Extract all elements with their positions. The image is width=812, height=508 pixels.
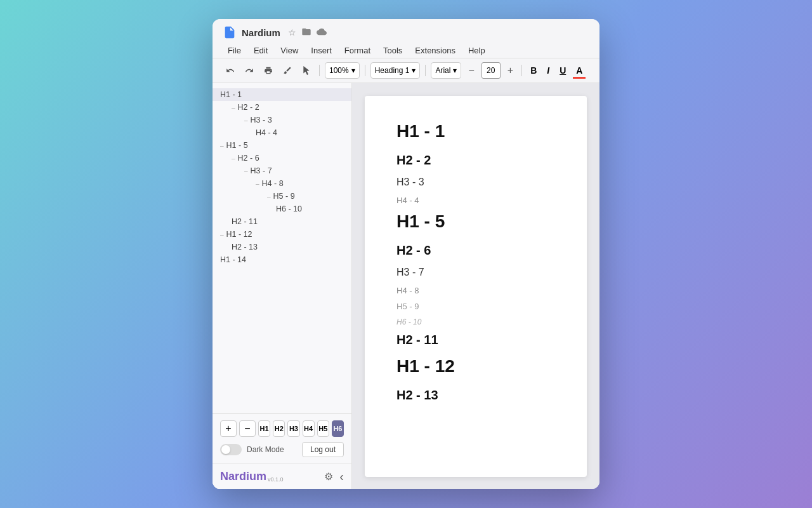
outline-item-h4-4[interactable]: H4 - 4 xyxy=(213,126,351,139)
outline-item-h3-3[interactable]: – H3 - 3 xyxy=(213,114,351,126)
menu-format[interactable]: Format xyxy=(339,43,376,58)
outline-item-h2-2[interactable]: – H2 - 2 xyxy=(213,101,351,114)
doc-heading-h4-4: H4 - 4 xyxy=(396,196,555,205)
h4-button[interactable]: H4 xyxy=(303,420,315,437)
menu-edit[interactable]: Edit xyxy=(249,43,273,58)
title-bar: Nardium ☆ File Edit View Insert Format T… xyxy=(213,19,599,58)
menu-file[interactable]: File xyxy=(223,43,246,58)
outline-item-h2-11[interactable]: H2 - 11 xyxy=(213,215,351,228)
main-content: H1 - 1 – H2 - 2 – H3 - 3 H4 - 4 – H1 - 5 xyxy=(213,83,599,489)
remove-heading-button[interactable]: − xyxy=(239,420,256,437)
doc-heading-h1-1: H1 - 1 xyxy=(396,121,555,142)
document-page: H1 - 1 H2 - 2 H3 - 3 H4 - 4 H1 - 5 H2 - … xyxy=(365,96,587,477)
outline-item-h5-9[interactable]: – H5 - 9 xyxy=(213,190,351,203)
doc-heading-h2-13: H2 - 13 xyxy=(396,388,555,403)
doc-heading-h1-5: H1 - 5 xyxy=(396,211,555,232)
menu-help[interactable]: Help xyxy=(463,43,490,58)
star-button[interactable]: ☆ xyxy=(288,27,296,39)
divider-4 xyxy=(521,65,522,76)
menu-tools[interactable]: Tools xyxy=(378,43,407,58)
doc-heading-h6-10: H6 - 10 xyxy=(396,318,555,326)
collapse-button[interactable]: ‹ xyxy=(339,469,344,484)
outline-item-h2-6[interactable]: – H2 - 6 xyxy=(213,152,351,164)
app-version: v0.1.0 xyxy=(268,476,284,483)
menu-insert[interactable]: Insert xyxy=(306,43,337,58)
paint-format-button[interactable] xyxy=(280,64,295,77)
h1-button[interactable]: H1 xyxy=(258,420,270,437)
h3-button[interactable]: H3 xyxy=(287,420,299,437)
app-doc-icon xyxy=(223,25,237,39)
font-select[interactable]: Arial ▾ xyxy=(431,62,461,79)
select-button[interactable] xyxy=(299,64,314,77)
outline-panel: H1 - 1 – H2 - 2 – H3 - 3 H4 - 4 – H1 - 5 xyxy=(213,83,352,489)
print-button[interactable] xyxy=(261,64,276,77)
menu-bar: File Edit View Insert Format Tools Exten… xyxy=(223,43,589,58)
text-color-button[interactable]: A xyxy=(573,62,586,79)
outline-item-h4-8[interactable]: – H4 - 8 xyxy=(213,177,351,190)
footer-icons: ⚙ ‹ xyxy=(324,469,344,484)
cloud-button[interactable] xyxy=(317,27,327,39)
app-footer: Nardium v0.1.0 ⚙ ‹ xyxy=(213,464,351,489)
outline-item-h1-12[interactable]: – H1 - 12 xyxy=(213,228,351,241)
app-brand: Nardium xyxy=(220,470,266,483)
doc-heading-h3-7: H3 - 7 xyxy=(396,267,555,278)
zoom-select[interactable]: 100% ▾ xyxy=(325,62,360,79)
h2-button[interactable]: H2 xyxy=(273,420,285,437)
outline-item-h1-1[interactable]: H1 - 1 xyxy=(213,88,351,101)
font-size-display: 20 xyxy=(481,62,501,79)
divider-2 xyxy=(365,65,365,76)
menu-view[interactable]: View xyxy=(275,43,303,58)
divider-3 xyxy=(425,65,426,76)
doc-heading-h1-12: H1 - 12 xyxy=(396,356,555,377)
add-heading-button[interactable]: + xyxy=(220,420,237,437)
folder-button[interactable] xyxy=(301,27,311,39)
app-window: Nardium ☆ File Edit View Insert Format T… xyxy=(213,19,599,489)
h6-button[interactable]: H6 xyxy=(332,420,344,437)
outline-item-h6-10[interactable]: H6 - 10 xyxy=(213,203,351,215)
outline-item-h1-5[interactable]: – H1 - 5 xyxy=(213,139,351,152)
h5-button[interactable]: H5 xyxy=(317,420,329,437)
doc-heading-h4-8: H4 - 8 xyxy=(396,286,555,295)
bold-button[interactable]: B xyxy=(527,62,540,79)
divider-1 xyxy=(319,65,320,76)
outline-item-h1-14[interactable]: H1 - 14 xyxy=(213,253,351,266)
font-size-increase[interactable]: + xyxy=(504,63,516,78)
logout-button[interactable]: Log out xyxy=(302,442,344,457)
dark-mode-controls: Dark Mode Log out xyxy=(220,442,344,457)
undo-button[interactable] xyxy=(223,64,238,77)
app-title: Nardium xyxy=(242,27,280,38)
settings-button[interactable]: ⚙ xyxy=(324,469,333,484)
doc-heading-h3-3: H3 - 3 xyxy=(396,177,555,188)
outline-item-h3-7[interactable]: – H3 - 7 xyxy=(213,164,351,177)
font-size-decrease[interactable]: − xyxy=(465,63,477,78)
heading-style-select[interactable]: Heading 1 ▾ xyxy=(370,62,421,79)
bottom-panel: + − H1 H2 H3 H4 H5 H6 Dark Mode Log out xyxy=(213,413,351,464)
outline-item-h2-13[interactable]: H2 - 13 xyxy=(213,241,351,253)
doc-heading-h2-2: H2 - 2 xyxy=(396,153,555,168)
toolbar: 100% ▾ Heading 1 ▾ Arial ▾ − 20 + B I U … xyxy=(213,58,599,83)
doc-heading-h5-9: H5 - 9 xyxy=(396,302,555,311)
underline-button[interactable]: U xyxy=(556,62,569,79)
doc-heading-h2-6: H2 - 6 xyxy=(396,243,555,258)
redo-button[interactable] xyxy=(242,64,257,77)
doc-heading-h2-11: H2 - 11 xyxy=(396,333,555,347)
outline-list: H1 - 1 – H2 - 2 – H3 - 3 H4 - 4 – H1 - 5 xyxy=(213,83,351,413)
dark-mode-label: Dark Mode xyxy=(247,445,284,454)
italic-button[interactable]: I xyxy=(544,62,553,79)
dark-mode-toggle[interactable] xyxy=(220,444,242,455)
menu-extensions[interactable]: Extensions xyxy=(410,43,461,58)
document-area: H1 - 1 H2 - 2 H3 - 3 H4 - 4 H1 - 5 H2 - … xyxy=(352,83,599,489)
